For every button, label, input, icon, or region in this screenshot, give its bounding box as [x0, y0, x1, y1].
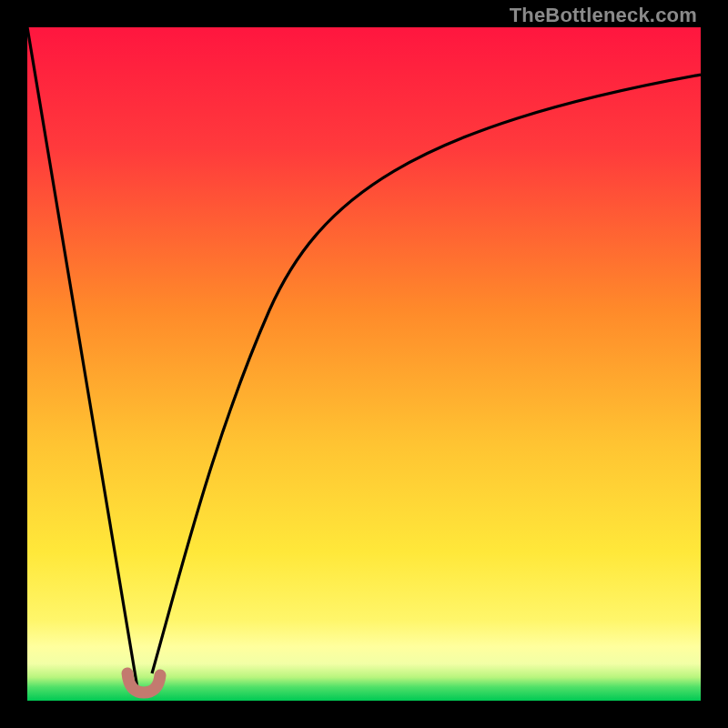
- curve-layer: [27, 27, 701, 701]
- watermark-text: TheBottleneck.com: [510, 4, 697, 27]
- optimal-marker: [127, 673, 160, 693]
- bottleneck-curve-left: [27, 27, 138, 693]
- outer-frame: TheBottleneck.com: [0, 0, 728, 728]
- plot-area: [27, 27, 701, 701]
- bottleneck-curve-right: [152, 75, 701, 673]
